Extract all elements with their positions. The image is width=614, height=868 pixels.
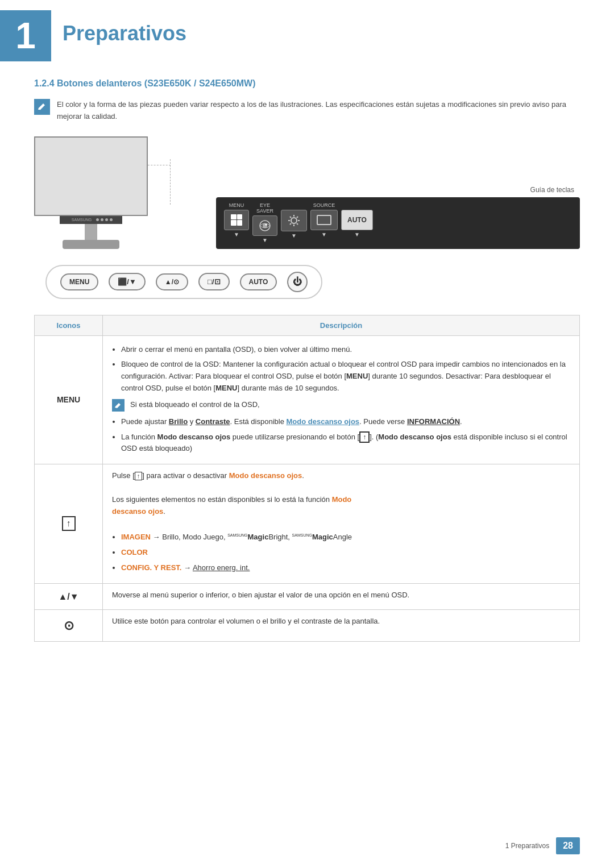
svg-line-10 [297,223,298,225]
key-guide-area: Guía de teclas MENU ▼ EYESAVER [216,186,580,249]
sub-note-icon [112,399,125,412]
list-item: Bloqueo de control de la OSD: Mantener l… [121,359,570,394]
note-icon [34,99,50,115]
auto-front-btn: AUTO [240,273,277,290]
page-footer: 1 Preparativos 28 [505,837,580,854]
description-table: Iconos Descripción MENU Abrir o cerrar e… [34,315,580,642]
up-icon-inline: ↑ [135,472,143,480]
chapter-title: Preparativos [63,10,186,45]
svg-line-9 [290,217,291,218]
front-buttons-row: MENU ⬛/▼ ▲/⊙ □/⊡ AUTO ⏻ [45,265,322,299]
desc-arrow: Pulse [↑] para activar o desactivar Modo… [103,464,580,583]
menu-grid-icon [231,214,242,226]
section-heading: 1.2.4 Botones delanteros (S23E650K / S24… [34,78,580,89]
list-item-config: CONFIG. Y REST. → Ahorro energ. int. [121,562,570,574]
para-eye-saver: Pulse [↑] para activar o desactivar Modo… [112,470,570,482]
footer-page-number: 28 [556,837,580,854]
monitor-illustration: SAMSUNG [34,136,199,249]
up-arrow-icon: ↑ [359,431,370,443]
list-item: La función Modo descanso ojos puede util… [121,431,570,455]
source-front-btn: □/⊡ [198,273,229,290]
svg-line-11 [297,217,298,218]
desc-updown: Moverse al menú superior o inferior, o b… [103,583,580,610]
source-icon [317,215,331,225]
desc-circle: Utilice este botón para controlar el vol… [103,610,580,642]
note-box: El color y la forma de las piezas pueden… [34,99,580,123]
list-item-color: COLOR [121,547,570,559]
svg-line-12 [290,223,291,225]
col-icons-header: Iconos [35,315,103,335]
svg-point-4 [291,218,297,223]
note-text: El color y la forma de las piezas pueden… [57,99,580,123]
table-row-menu: MENU Abrir o cerrar el menú en pantalla … [35,335,580,464]
eye-saver-icon [259,219,271,232]
key-guide-row: MENU ▼ EYESAVER [216,197,580,249]
menu-key: MENU ▼ [224,203,249,243]
menu-front-btn: MENU [60,273,98,290]
list-item: Puede ajustar Brillo y Contraste. Está d… [121,416,570,428]
icon-up-arrow: ↑ [62,516,76,531]
brightness-icon [287,214,301,227]
chapter-number: 1 [0,10,51,61]
pencil-small-icon [114,401,122,409]
table-row-arrow: ↑ Pulse [↑] para activar o desactivar Mo… [35,464,580,583]
auto-key: AUTO ▼ [341,203,373,243]
sub-note-text: Si está bloqueado el control de la OSD, [130,399,260,411]
list-item: Abrir o cerrar el menú en pantalla (OSD)… [121,344,570,356]
para-circle: Utilice este botón para controlar el vol… [112,616,570,628]
icon-circle: ⊙ [35,610,103,642]
source-key: SOURCE ▼ [310,203,338,243]
pencil-icon [37,102,47,112]
page-header: 1 Preparativos [0,0,614,67]
table-row-circle: ⊙ Utilice este botón para controlar el v… [35,610,580,642]
icon-updown: ▲/▼ [35,583,103,610]
table-row-updown: ▲/▼ Moverse al menú superior o inferior,… [35,583,580,610]
footer-section-text: 1 Preparativos [505,842,549,850]
col-desc-header: Descripción [103,315,580,335]
eye-saver-key: EYESAVER ▼ [252,203,277,243]
back-down-front-btn: ⬛/▼ [109,273,145,290]
para-not-available: Los siguientes elementos no están dispon… [112,494,570,518]
para-updown: Moverse al menú superior o inferior, o b… [112,589,570,601]
key-guide-label: Guía de teclas [216,186,574,194]
main-content: 1.2.4 Botones delanteros (S23E650K / S24… [0,78,614,699]
brightness-key: ▼ [281,203,307,243]
power-front-btn: ⏻ [287,272,308,292]
up-circle-front-btn: ▲/⊙ [156,273,188,290]
icon-menu: MENU [35,335,103,464]
sub-note-osd: Si está bloqueado el control de la OSD, [112,399,570,412]
diagram-container: SAMSUNG Guía de teclas [34,136,580,249]
desc-menu: Abrir o cerrar el menú en pantalla (OSD)… [103,335,580,464]
icon-arrow: ↑ [35,464,103,583]
list-item-imagen: IMAGEN → Brillo, Modo Juego, SAMSUNGMagi… [121,531,570,543]
